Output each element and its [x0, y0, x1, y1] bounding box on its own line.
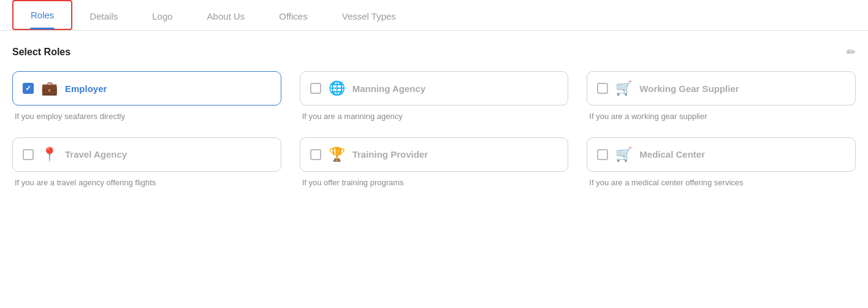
employer-desc: If you employ seafarers directly [12, 110, 281, 123]
training-provider-label: Training Provider [352, 149, 428, 160]
role-card-manning-agency[interactable]: 🌐 Manning Agency [300, 71, 569, 106]
roles-grid-row1: 💼 Employer If you employ seafarers direc… [12, 71, 856, 137]
tab-roles[interactable]: Roles [12, 0, 72, 30]
medical-center-desc: If you are a medical center offering ser… [587, 177, 856, 189]
section-title: Select Roles [12, 47, 70, 58]
employer-label: Employer [65, 83, 107, 94]
tab-vessel-types[interactable]: Vessel Types [325, 2, 413, 30]
travel-agency-desc: If you are a travel agency offering flig… [12, 177, 281, 189]
travel-agency-label: Travel Agency [65, 149, 127, 160]
role-cell-medical-center: 🛒 Medical Center If you are a medical ce… [587, 137, 856, 204]
tab-about-us[interactable]: About Us [190, 2, 262, 30]
checkbox-employer[interactable] [23, 83, 34, 94]
manning-agency-icon: 🌐 [329, 80, 345, 96]
role-cell-travel-agency: 📍 Travel Agency If you are a travel agen… [12, 137, 281, 204]
training-provider-icon: 🏆 [329, 147, 345, 163]
role-cell-manning-agency: 🌐 Manning Agency If you are a manning ag… [300, 71, 569, 137]
section-header: Select Roles ✏ [12, 45, 856, 59]
role-cell-training-provider: 🏆 Training Provider If you offer trainin… [300, 137, 569, 204]
role-cell-working-gear-supplier: 🛒 Working Gear Supplier If you are a wor… [587, 71, 856, 137]
main-content: Select Roles ✏ 💼 Employer If you employ … [0, 31, 868, 218]
tab-details[interactable]: Details [72, 2, 135, 30]
role-card-working-gear-supplier[interactable]: 🛒 Working Gear Supplier [587, 71, 856, 106]
checkbox-working-gear-supplier[interactable] [597, 83, 608, 94]
checkbox-medical-center[interactable] [597, 149, 608, 160]
working-gear-label: Working Gear Supplier [639, 83, 739, 94]
travel-agency-icon: 📍 [41, 147, 58, 163]
role-card-travel-agency[interactable]: 📍 Travel Agency [12, 137, 281, 172]
checkbox-manning-agency[interactable] [310, 83, 321, 94]
role-cell-employer: 💼 Employer If you employ seafarers direc… [12, 71, 281, 137]
tab-bar: Roles Details Logo About Us Offices Vess… [0, 0, 868, 31]
training-provider-desc: If you offer training programs [300, 177, 569, 189]
working-gear-desc: If you are a working gear supplier [587, 110, 856, 123]
tab-logo[interactable]: Logo [135, 2, 189, 30]
working-gear-icon: 🛒 [615, 80, 632, 96]
manning-agency-label: Manning Agency [352, 83, 425, 94]
medical-center-icon: 🛒 [615, 147, 632, 163]
checkbox-training-provider[interactable] [310, 149, 321, 160]
edit-icon[interactable]: ✏ [847, 45, 856, 59]
manning-agency-desc: If you are a manning agency [300, 110, 569, 123]
tab-offices[interactable]: Offices [262, 2, 324, 30]
role-card-employer[interactable]: 💼 Employer [12, 71, 281, 106]
checkbox-travel-agency[interactable] [23, 149, 34, 160]
employer-icon: 💼 [41, 80, 58, 96]
role-card-training-provider[interactable]: 🏆 Training Provider [300, 137, 569, 172]
roles-grid-row2: 📍 Travel Agency If you are a travel agen… [12, 137, 856, 204]
role-card-medical-center[interactable]: 🛒 Medical Center [587, 137, 856, 172]
medical-center-label: Medical Center [639, 149, 705, 160]
